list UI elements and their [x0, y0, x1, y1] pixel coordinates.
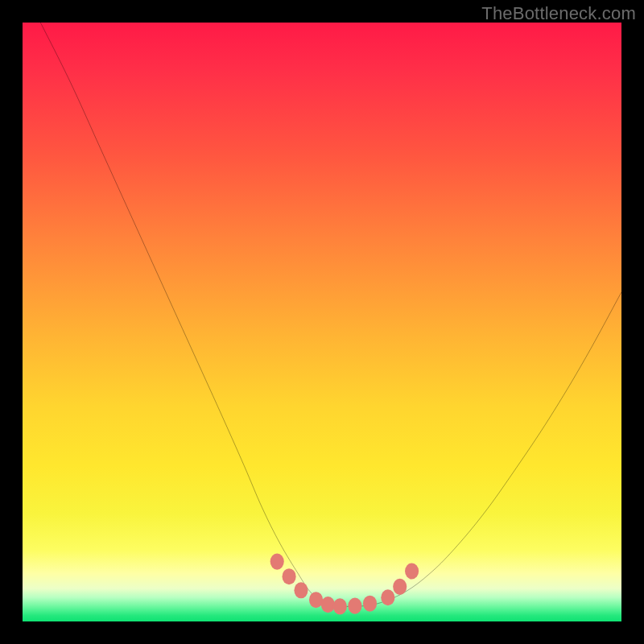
marker-point: [294, 582, 308, 598]
chart-frame: TheBottleneck.com: [0, 0, 644, 644]
marker-point: [309, 592, 323, 608]
bottleneck-curve: [40, 23, 621, 606]
marker-point: [381, 589, 394, 605]
curve-layer: [23, 23, 621, 621]
marker-point: [321, 597, 335, 613]
marker-point: [363, 596, 377, 612]
marker-point: [283, 568, 296, 584]
marker-point: [405, 563, 419, 579]
plot-area: [23, 23, 621, 621]
marker-group: [270, 554, 419, 615]
watermark-text: TheBottleneck.com: [481, 3, 636, 24]
marker-point: [393, 579, 407, 595]
marker-point: [333, 598, 347, 614]
marker-point: [348, 598, 361, 614]
marker-point: [270, 554, 284, 570]
